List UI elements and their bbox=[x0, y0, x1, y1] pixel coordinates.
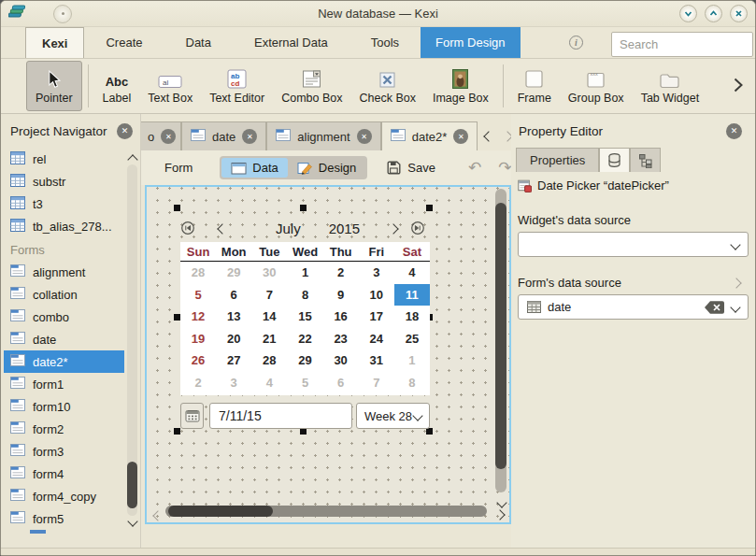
day-cell-3[interactable]: 3 bbox=[216, 372, 251, 394]
save-button[interactable]: Save bbox=[380, 157, 441, 178]
menu-tab-external-data[interactable]: External Data bbox=[233, 27, 349, 58]
day-cell-20[interactable]: 20 bbox=[216, 328, 251, 350]
next-year-icon[interactable] bbox=[410, 221, 425, 235]
day-cell-2[interactable]: 2 bbox=[323, 262, 359, 284]
sidebar-scrollbar[interactable] bbox=[126, 150, 138, 531]
sidebar-item-form5[interactable]: form5 bbox=[1, 507, 124, 530]
tab-close-icon[interactable]: ✕ bbox=[242, 129, 257, 144]
selection-handle[interactable] bbox=[174, 314, 180, 321]
day-cell-2[interactable]: 2 bbox=[180, 372, 216, 394]
sidebar-item-form2[interactable]: form2 bbox=[1, 418, 124, 440]
maximize-button[interactable] bbox=[705, 5, 722, 22]
pointer-button[interactable]: Pointer bbox=[26, 61, 82, 111]
menu-tab-data[interactable]: Data bbox=[164, 27, 233, 58]
label-button[interactable]: AbcLabel bbox=[94, 61, 140, 111]
day-cell-24[interactable]: 24 bbox=[359, 328, 394, 350]
day-cell-3[interactable]: 3 bbox=[359, 262, 394, 284]
sidebar-item-form3[interactable]: form3 bbox=[1, 440, 124, 463]
group-box-button[interactable]: xxxGroup Box bbox=[560, 61, 633, 111]
day-cell-5[interactable]: 5 bbox=[180, 284, 216, 307]
day-cell-30[interactable]: 30 bbox=[323, 349, 359, 372]
tab-data-source[interactable] bbox=[599, 148, 630, 172]
text-box-button[interactable]: alText Box bbox=[139, 61, 201, 111]
sidebar-item-combo[interactable]: combo bbox=[1, 306, 124, 328]
sidebar-item-alignment[interactable]: alignment bbox=[1, 261, 124, 283]
day-cell-12[interactable]: 12 bbox=[180, 306, 216, 328]
day-cell-4[interactable]: 4 bbox=[394, 262, 430, 284]
day-cell-19[interactable]: 19 bbox=[180, 328, 216, 350]
day-cell-15[interactable]: 15 bbox=[287, 306, 322, 328]
prev-month-icon[interactable] bbox=[215, 221, 230, 235]
day-cell-31[interactable]: 31 bbox=[359, 349, 394, 372]
close-button[interactable] bbox=[730, 5, 748, 22]
calendar-month[interactable]: July bbox=[276, 221, 301, 236]
day-cell-5[interactable]: 5 bbox=[287, 372, 322, 394]
navigator-close-icon[interactable]: ✕ bbox=[117, 123, 133, 139]
doc-tab-date[interactable]: date✕ bbox=[181, 121, 266, 150]
sidebar-item-t3[interactable]: t3 bbox=[1, 192, 124, 215]
day-cell-26[interactable]: 26 bbox=[180, 349, 216, 372]
check-box-button[interactable]: Check Box bbox=[351, 61, 424, 111]
expand-icon[interactable] bbox=[733, 276, 740, 290]
tab-widget-tree[interactable] bbox=[630, 148, 661, 172]
form-canvas[interactable]: July 2015 SunMonTueWedThuFriSat 28293012… bbox=[145, 185, 511, 524]
sidebar-item-date2[interactable]: date2* bbox=[4, 350, 124, 373]
day-cell-23[interactable]: 23 bbox=[323, 328, 359, 350]
day-cell-22[interactable]: 22 bbox=[287, 328, 322, 350]
frame-button[interactable]: Frame bbox=[509, 61, 560, 111]
sidebar-scroll-thumb[interactable] bbox=[127, 462, 137, 508]
day-cell-1[interactable]: 1 bbox=[394, 349, 430, 372]
tab-properties[interactable]: Properties bbox=[516, 148, 599, 172]
day-cell-7[interactable]: 7 bbox=[251, 284, 287, 307]
property-editor-close-icon[interactable]: ✕ bbox=[726, 123, 742, 139]
doc-tab-date2[interactable]: date2*✕ bbox=[381, 121, 478, 150]
day-cell-4[interactable]: 4 bbox=[251, 372, 287, 394]
day-cell-8[interactable]: 8 bbox=[287, 284, 322, 307]
week-combo[interactable]: Week 28 bbox=[356, 403, 430, 429]
sidebar-item-date[interactable]: date bbox=[1, 328, 124, 350]
hscroll-thumb[interactable] bbox=[168, 506, 273, 517]
scroll-down-icon[interactable] bbox=[129, 514, 136, 528]
next-month-icon[interactable] bbox=[386, 221, 401, 235]
day-cell-14[interactable]: 14 bbox=[251, 306, 287, 328]
sidebar-item-tb_alias_278[interactable]: tb_alias_278... bbox=[1, 215, 124, 237]
scroll-right-icon[interactable] bbox=[496, 507, 504, 521]
menu-tab-kexi[interactable]: Kexi bbox=[25, 27, 84, 58]
day-cell-6[interactable]: 6 bbox=[216, 284, 251, 307]
day-cell-13[interactable]: 13 bbox=[216, 306, 251, 328]
toolbar-overflow-button[interactable] bbox=[733, 77, 744, 96]
doc-tab-alignment[interactable]: alignment✕ bbox=[266, 121, 380, 150]
tab-close-icon[interactable]: ✕ bbox=[161, 129, 176, 144]
day-cell-28[interactable]: 28 bbox=[180, 262, 216, 284]
tab-close-icon[interactable]: ✕ bbox=[453, 129, 468, 144]
day-cell-11[interactable]: 11 bbox=[394, 284, 430, 307]
day-cell-30[interactable]: 30 bbox=[251, 262, 287, 284]
sidebar-item-collation[interactable]: collation bbox=[1, 283, 124, 306]
selection-handle[interactable] bbox=[174, 428, 180, 435]
image-box-button[interactable]: Image Box bbox=[424, 61, 497, 111]
menu-tab-create[interactable]: Create bbox=[84, 27, 164, 58]
calendar-year[interactable]: 2015 bbox=[329, 221, 360, 236]
undo-button[interactable]: ↶ bbox=[460, 158, 490, 178]
data-view-button[interactable]: Data bbox=[221, 158, 287, 178]
day-cell-10[interactable]: 10 bbox=[359, 284, 394, 307]
tab-scroll-right-icon[interactable] bbox=[504, 129, 511, 143]
text-editor-button[interactable]: abcdText Editor bbox=[201, 61, 273, 111]
menu-tab-form-design[interactable]: Form Design bbox=[421, 27, 520, 58]
prev-year-icon[interactable] bbox=[180, 221, 195, 235]
tab-widget-button[interactable]: Tab Widget bbox=[633, 61, 708, 111]
selection-handle[interactable] bbox=[426, 205, 433, 211]
combo-box-button[interactable]: Combo Box bbox=[273, 61, 350, 111]
day-cell-6[interactable]: 6 bbox=[323, 372, 359, 394]
widget-data-source-combo[interactable] bbox=[518, 232, 749, 257]
day-cell-28[interactable]: 28 bbox=[251, 349, 287, 372]
selection-handle[interactable] bbox=[426, 428, 433, 435]
calendar-popup-button[interactable] bbox=[180, 403, 204, 429]
tab-close-icon[interactable]: ✕ bbox=[357, 129, 372, 144]
sidebar-item-substr[interactable]: substr bbox=[1, 170, 124, 192]
day-cell-8[interactable]: 8 bbox=[394, 372, 430, 394]
sidebar-item-form1[interactable]: form1 bbox=[1, 373, 124, 395]
day-cell-7[interactable]: 7 bbox=[359, 372, 394, 394]
day-cell-29[interactable]: 29 bbox=[216, 262, 251, 284]
tab-scroll-left-icon[interactable] bbox=[485, 129, 492, 143]
